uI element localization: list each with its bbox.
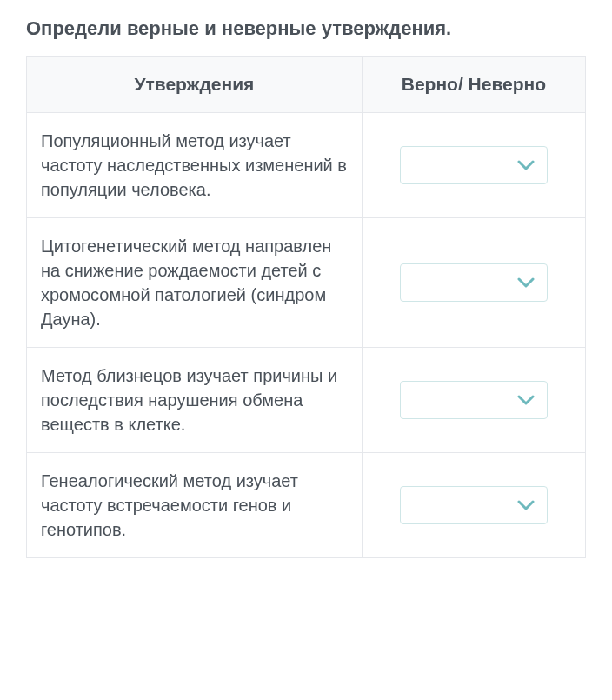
statement-text: Метод близнецов изучает причины и послед… <box>41 363 348 437</box>
table-row: Цитогенетический метод направлен на сниж… <box>27 218 586 348</box>
table-header-row: Утверждения Верно/ Неверно <box>27 57 586 113</box>
chevron-down-icon <box>517 159 535 171</box>
answer-dropdown[interactable] <box>400 486 548 524</box>
header-answer: Верно/ Неверно <box>362 57 585 113</box>
statement-text: Популяционный метод изучает частоту насл… <box>41 129 348 202</box>
header-statement: Утверждения <box>27 57 363 113</box>
chevron-down-icon <box>517 277 535 289</box>
chevron-down-icon <box>517 394 535 406</box>
quiz-table: Утверждения Верно/ Неверно Популяционный… <box>26 56 586 558</box>
table-row: Генеалогический метод изучает частоту вс… <box>27 453 586 558</box>
table-row: Метод близнецов изучает причины и послед… <box>27 348 586 453</box>
statement-text: Генеалогический метод изучает частоту вс… <box>41 469 348 542</box>
table-row: Популяционный метод изучает частоту насл… <box>27 113 586 218</box>
question-title: Определи верные и неверные утверждения. <box>26 17 586 40</box>
statement-text: Цитогенетический метод направлен на сниж… <box>41 234 348 331</box>
chevron-down-icon <box>517 499 535 511</box>
answer-dropdown[interactable] <box>400 381 548 419</box>
answer-dropdown[interactable] <box>400 146 548 184</box>
answer-dropdown[interactable] <box>400 263 548 302</box>
